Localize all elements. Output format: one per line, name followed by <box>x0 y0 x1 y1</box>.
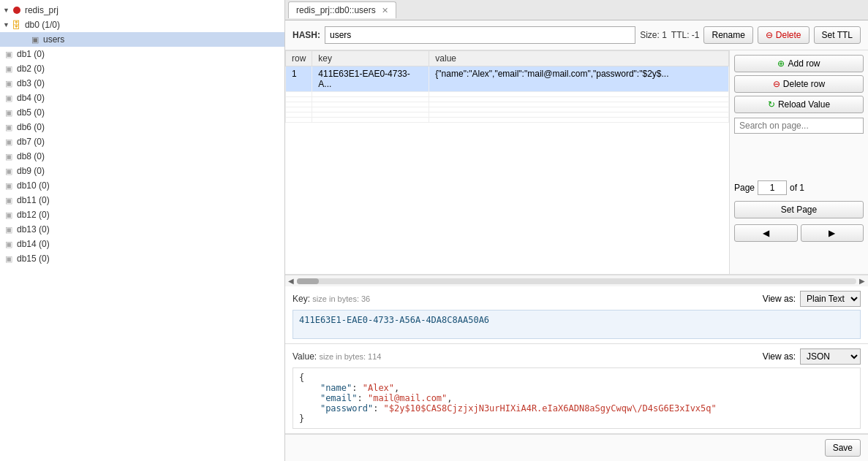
db5-icon: ▣ <box>3 107 15 118</box>
reload-value-button[interactable]: ↻ Reload Value <box>734 96 864 113</box>
db11-icon: ▣ <box>3 194 15 206</box>
sidebar-item-db15[interactable]: ▣ db15 (0) <box>0 251 284 266</box>
key-section-header: Key: size in bytes: 36 View as: Plain Te… <box>293 291 861 307</box>
page-input[interactable] <box>758 180 787 195</box>
db9-label: db9 (0) <box>17 166 45 176</box>
hash-input[interactable] <box>325 26 635 44</box>
scroll-right-button[interactable]: ▶ <box>859 277 865 285</box>
set-page-button[interactable]: Set Page <box>734 201 864 218</box>
col-header-value: value <box>429 51 729 66</box>
sidebar-item-db1[interactable]: ▣ db1 (0) <box>0 47 284 61</box>
sidebar-item-db11[interactable]: ▣ db11 (0) <box>0 193 284 207</box>
table-row-empty-1 <box>286 92 729 97</box>
scroll-left-button[interactable]: ◀ <box>288 277 294 285</box>
cell-key: 411E63E1-EAE0-4733-A... <box>312 66 429 92</box>
db8-label: db8 (0) <box>17 151 45 161</box>
db14-label: db14 (0) <box>17 239 50 249</box>
table-row-empty-2 <box>286 97 729 102</box>
other-dbs: ▣ db1 (0) ▣ db2 (0) ▣ db3 (0) ▣ db4 (0) … <box>0 47 284 266</box>
delete-row-icon: ⊖ <box>773 79 780 89</box>
sidebar-item-users[interactable]: ▣ users <box>0 32 284 47</box>
sidebar-item-db12[interactable]: ▣ db12 (0) <box>0 207 284 222</box>
db14-icon: ▣ <box>3 238 15 250</box>
key-size-info: size in bytes: 36 <box>312 294 370 303</box>
hash-ttl: TTL: -1 <box>671 30 700 40</box>
db9-icon: ▣ <box>3 165 15 177</box>
delete-button[interactable]: ⊖ Delete <box>758 26 809 44</box>
reload-icon: ↻ <box>768 99 775 110</box>
horizontal-scrollbar[interactable]: ◀ ▶ <box>285 275 868 286</box>
col-header-key: key <box>312 51 429 66</box>
db7-icon: ▣ <box>3 136 15 148</box>
root-label: redis_prj <box>25 5 59 15</box>
sidebar-item-db13[interactable]: ▣ db13 (0) <box>0 222 284 237</box>
hash-header: HASH: Size: 1 TTL: -1 Rename ⊖ Delete Se… <box>285 20 868 50</box>
db15-label: db15 (0) <box>17 254 50 264</box>
db13-icon: ▣ <box>3 224 15 235</box>
tab-users[interactable]: redis_prj::db0::users ✕ <box>288 1 396 18</box>
sidebar-item-db8[interactable]: ▣ db8 (0) <box>0 149 284 164</box>
key-display: 411E63E1-EAE0-4733-A56A-4DA8C8AA50A6 <box>293 310 861 339</box>
db6-icon: ▣ <box>3 121 15 133</box>
db2-icon: ▣ <box>3 63 15 75</box>
sidebar-item-db4[interactable]: ▣ db4 (0) <box>0 91 284 105</box>
cell-value: {"name":"Alex","email":"mail@mail.com","… <box>429 66 729 92</box>
db8-icon: ▣ <box>3 151 15 162</box>
db3-label: db3 (0) <box>17 78 45 88</box>
table-row-empty-4 <box>286 107 729 113</box>
sidebar-item-db6[interactable]: ▣ db6 (0) <box>0 120 284 134</box>
sidebar-item-root[interactable]: ▼ redis_prj <box>0 3 284 18</box>
add-row-button[interactable]: ⊕ Add row <box>734 55 864 72</box>
folder-icon-db0: 🗄 <box>11 19 23 31</box>
sidebar-item-db10[interactable]: ▣ db10 (0) <box>0 178 284 193</box>
db0-label: db0 (1/0) <box>25 20 60 30</box>
db6-label: db6 (0) <box>17 122 45 132</box>
db15-icon: ▣ <box>3 253 15 264</box>
sidebar-item-db0[interactable]: ▼ 🗄 db0 (1/0) <box>0 18 284 32</box>
db13-label: db13 (0) <box>17 224 50 235</box>
users-label: users <box>43 34 64 45</box>
sidebar-item-db3[interactable]: ▣ db3 (0) <box>0 76 284 91</box>
table-row[interactable]: 1 411E63E1-EAE0-4733-A... {"name":"Alex"… <box>286 66 729 92</box>
db12-icon: ▣ <box>3 209 15 221</box>
db1-icon: ▣ <box>3 48 15 60</box>
db4-label: db4 (0) <box>17 93 45 103</box>
value-view-as-select[interactable]: JSON Plain Text Hex <box>800 348 861 365</box>
cell-row: 1 <box>286 66 312 92</box>
delete-row-button[interactable]: ⊖ Delete row <box>734 75 864 93</box>
next-page-button[interactable]: ▶ <box>801 224 864 242</box>
sidebar-item-db9[interactable]: ▣ db9 (0) <box>0 164 284 178</box>
key-section-title: Key: size in bytes: 36 <box>293 294 370 304</box>
data-table: row key value 1 411E63E1-EAE0-4733-A... … <box>285 50 729 123</box>
expand-arrow-root: ▼ <box>3 7 10 14</box>
value-section-title: Value: size in bytes: 114 <box>293 351 381 362</box>
db4-icon: ▣ <box>3 92 15 104</box>
set-ttl-button[interactable]: Set TTL <box>814 26 861 44</box>
tab-bar: redis_prj::db0::users ✕ <box>285 0 868 20</box>
view-as-key-label: View as: <box>763 294 796 304</box>
of-label: of 1 <box>790 183 804 193</box>
search-on-page-input[interactable] <box>734 118 864 134</box>
db3-icon: ▣ <box>3 77 15 89</box>
bottom-bar: Save <box>285 434 868 461</box>
rename-button[interactable]: Rename <box>703 26 752 44</box>
key-view-as-select[interactable]: Plain Text JSON Hex <box>800 291 861 307</box>
sidebar-item-db2[interactable]: ▣ db2 (0) <box>0 61 284 76</box>
view-as-value-label: View as: <box>763 351 796 362</box>
add-row-icon: ⊕ <box>777 58 785 69</box>
tab-close-button[interactable]: ✕ <box>382 6 388 15</box>
save-button[interactable]: Save <box>825 439 861 457</box>
table-row-empty-6 <box>286 118 729 123</box>
sidebar-item-db14[interactable]: ▣ db14 (0) <box>0 237 284 251</box>
value-section: Value: size in bytes: 114 View as: JSON … <box>285 344 868 434</box>
sidebar-item-db5[interactable]: ▣ db5 (0) <box>0 105 284 120</box>
sidebar-tree: ▼ redis_prj ▼ 🗄 db0 (1/0) ▣ users ▣ db1 … <box>0 0 284 461</box>
sidebar-item-db7[interactable]: ▣ db7 (0) <box>0 134 284 149</box>
prev-page-button[interactable]: ◀ <box>734 224 798 242</box>
data-table-wrap[interactable]: row key value 1 411E63E1-EAE0-4733-A... … <box>285 50 729 274</box>
page-label: Page <box>734 183 755 193</box>
table-row-empty-5 <box>286 113 729 118</box>
db2-label: db2 (0) <box>17 64 45 74</box>
redis-icon <box>11 4 23 16</box>
content-area: HASH: Size: 1 TTL: -1 Rename ⊖ Delete Se… <box>285 20 868 461</box>
